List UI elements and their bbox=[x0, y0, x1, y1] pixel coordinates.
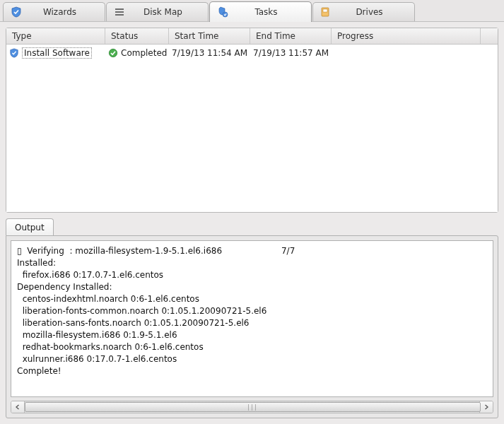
tab-label: Drives bbox=[337, 7, 402, 17]
tasks-icon bbox=[217, 6, 228, 18]
task-status-label: Completed bbox=[121, 48, 167, 58]
col-header-type[interactable]: Type bbox=[6, 28, 105, 44]
tab-label: Tasks bbox=[234, 7, 298, 17]
shield-blue-icon bbox=[9, 48, 19, 58]
tab-output[interactable]: Output bbox=[6, 218, 54, 235]
svg-rect-5 bbox=[323, 9, 327, 12]
svg-rect-1 bbox=[115, 11, 124, 13]
scroll-left-arrow-icon[interactable] bbox=[11, 401, 25, 413]
cell-status: Completed bbox=[105, 48, 169, 58]
cell-start: 7/19/13 11:54 AM bbox=[169, 48, 250, 58]
table-row[interactable]: Install Software Completed 7/19/13 11:54… bbox=[6, 46, 498, 60]
shield-blue-icon bbox=[11, 6, 22, 18]
tab-label: Wizards bbox=[28, 7, 92, 17]
svg-rect-2 bbox=[115, 14, 124, 16]
col-header-progress[interactable]: Progress bbox=[332, 28, 481, 44]
scrollbar-track[interactable]: ||| bbox=[25, 401, 479, 413]
output-textbox[interactable]: ▯ Verifying : mozilla-filesystem-1.9-5.1… bbox=[11, 240, 493, 397]
scroll-right-arrow-icon[interactable] bbox=[479, 401, 493, 413]
list-lines-icon bbox=[114, 6, 125, 18]
tab-label: Disk Map bbox=[131, 7, 195, 17]
tasks-grid: Type Status Start Time End Time Progress… bbox=[6, 28, 498, 213]
tab-disk-map[interactable]: Disk Map bbox=[106, 2, 209, 21]
tab-drives[interactable]: Drives bbox=[312, 2, 415, 21]
col-header-start[interactable]: Start Time bbox=[169, 28, 250, 44]
svg-point-3 bbox=[223, 12, 228, 17]
drive-icon bbox=[320, 6, 332, 18]
task-type-label: Install Software bbox=[22, 47, 92, 59]
ok-green-icon bbox=[108, 48, 118, 58]
output-panel: ▯ Verifying : mozilla-filesystem-1.9-5.1… bbox=[6, 235, 498, 418]
cell-type: Install Software bbox=[6, 47, 105, 59]
output-section: Output ▯ Verifying : mozilla-filesystem-… bbox=[6, 218, 498, 418]
svg-rect-0 bbox=[115, 8, 124, 10]
col-header-status[interactable]: Status bbox=[105, 28, 169, 44]
scrollbar-thumb[interactable]: ||| bbox=[25, 402, 481, 412]
cell-end: 7/19/13 11:57 AM bbox=[250, 48, 332, 58]
col-header-stub bbox=[481, 28, 498, 44]
tab-wizards[interactable]: Wizards bbox=[3, 2, 105, 21]
svg-point-6 bbox=[109, 49, 117, 57]
main-tabstrip: Wizards Disk Map Tasks bbox=[0, 0, 504, 22]
horizontal-scrollbar[interactable]: ||| bbox=[11, 401, 493, 413]
tab-tasks[interactable]: Tasks bbox=[209, 1, 312, 22]
grid-header: Type Status Start Time End Time Progress bbox=[6, 28, 498, 45]
app-window: Wizards Disk Map Tasks bbox=[0, 0, 504, 424]
col-header-end[interactable]: End Time bbox=[250, 28, 332, 44]
grid-body[interactable]: Install Software Completed 7/19/13 11:54… bbox=[6, 45, 498, 212]
output-tabrow: Output bbox=[6, 218, 498, 235]
